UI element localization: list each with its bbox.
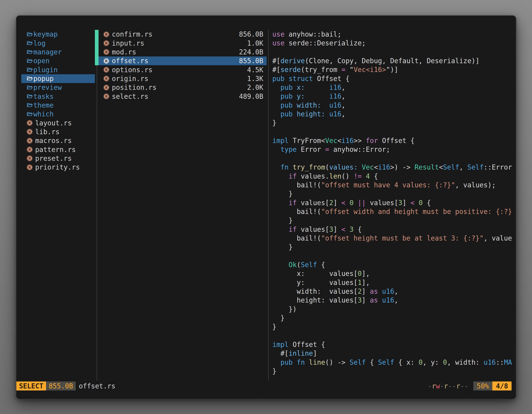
file-row-position-rs[interactable]: Rposition.rs2.0K <box>95 83 283 92</box>
code-token: , <box>342 92 346 100</box>
file-row-offset-rs[interactable]: Roffset.rs855.0B <box>95 57 283 65</box>
code-token: , <box>394 287 398 295</box>
file-name: input.rs <box>112 39 144 47</box>
code-token: if <box>288 199 297 207</box>
code-token: values[ <box>297 199 329 207</box>
code-token: , <box>459 163 467 171</box>
code-token <box>272 163 281 171</box>
file-row-macros-rs[interactable]: Rmacros.rs <box>21 136 95 145</box>
file-row-options-rs[interactable]: Roptions.rs4.5K <box>95 65 283 74</box>
file-row-preset-rs[interactable]: Rpreset.rs <box>21 154 95 163</box>
file-row-pattern-rs[interactable]: Rpattern.rs <box>21 145 95 154</box>
code-token: i16 <box>329 92 342 100</box>
dir-row-popup[interactable]: popup <box>21 74 95 83</box>
code-token: Self <box>301 261 317 269</box>
file-size: 1.3K <box>247 75 283 83</box>
code-line <box>272 251 515 260</box>
parent-directory-pane: keymaplogmanageropenpluginpopuppreviewta… <box>21 30 95 172</box>
code-token <box>272 261 288 269</box>
code-token: { x: <box>394 358 418 366</box>
dir-row-theme[interactable]: theme <box>21 101 95 110</box>
dir-row-manager[interactable]: manager <box>21 48 95 57</box>
dir-row-open[interactable]: open <box>21 57 95 65</box>
svg-text:R: R <box>105 68 108 72</box>
code-token <box>272 101 281 109</box>
code-token: as <box>370 287 378 295</box>
permission-char: - <box>452 382 456 390</box>
file-row-priority-rs[interactable]: Rpriority.rs <box>21 163 95 172</box>
svg-text:R: R <box>105 86 108 90</box>
code-token: MA <box>504 358 512 366</box>
permission-char: w <box>436 382 440 390</box>
code-token: inline <box>288 349 313 357</box>
file-row-input-rs[interactable]: Rinput.rs1.0K <box>95 39 283 48</box>
code-token <box>285 75 289 83</box>
code-line: #[inline] <box>272 349 515 358</box>
code-line: } <box>272 243 515 251</box>
code-token: ] <box>362 296 370 304</box>
code-token: width: <box>297 101 321 109</box>
dir-row-preview[interactable]: preview <box>21 83 95 92</box>
permission-char: r <box>432 382 436 390</box>
code-token: pub <box>281 101 293 109</box>
item-label: priority.rs <box>35 163 80 171</box>
svg-text:R: R <box>105 50 108 54</box>
file-row-confirm-rs[interactable]: Rconfirm.rs856.0B <box>95 30 283 39</box>
code-line: #[derive(Clone, Copy, Debug, Default, De… <box>272 57 515 65</box>
code-token: 3 <box>398 199 402 207</box>
code-token: fn <box>297 358 305 366</box>
code-line: pub height: u16, <box>272 110 515 118</box>
rust-file-icon: R <box>27 164 33 170</box>
file-row-mod-rs[interactable]: Rmod.rs224.0B <box>95 48 283 57</box>
dir-row-keymap[interactable]: keymap <box>21 30 95 39</box>
code-line: bail!("offset height must be at least 3:… <box>272 234 515 243</box>
code-token: Vec<i16> <box>353 66 386 74</box>
code-token: , value <box>484 234 512 242</box>
code-token: 2 <box>358 287 362 295</box>
code-token: u16 <box>382 296 394 304</box>
code-token <box>415 199 419 207</box>
code-token: Self <box>378 358 394 366</box>
dir-row-tasks[interactable]: tasks <box>21 92 95 101</box>
file-row-origin-rs[interactable]: Rorigin.rs1.3K <box>95 74 283 83</box>
code-token: ], <box>362 270 370 278</box>
code-token: Self <box>443 163 459 171</box>
code-token: () <box>342 172 354 180</box>
dir-row-log[interactable]: log <box>21 39 95 48</box>
code-token: len <box>329 172 342 180</box>
code-token: Error <box>297 145 325 154</box>
file-row-layout-rs[interactable]: Rlayout.rs <box>21 118 95 127</box>
code-token: 0 <box>443 358 447 366</box>
dir-row-which[interactable]: which <box>21 110 95 118</box>
code-token: } <box>272 314 285 322</box>
item-label: plugin <box>33 66 58 74</box>
permission-char: r <box>456 382 460 390</box>
code-token: values: <box>329 163 358 171</box>
code-token: anyhow::bail; <box>285 30 342 38</box>
svg-text:R: R <box>105 59 108 63</box>
code-token: () -> <box>325 358 349 366</box>
folder-open-icon <box>27 31 33 38</box>
code-token <box>321 101 329 109</box>
code-token: < <box>374 163 378 171</box>
code-line: x: values[0], <box>272 269 515 278</box>
code-token: } <box>272 243 293 251</box>
code-token: != <box>353 172 362 180</box>
dir-row-plugin[interactable]: plugin <box>21 65 95 74</box>
permission-char: - <box>448 382 452 390</box>
code-line <box>272 48 515 57</box>
status-filename: offset.rs <box>79 382 115 390</box>
code-token: Offset { <box>313 75 350 83</box>
code-token: , width: <box>447 358 484 366</box>
file-row-lib-rs[interactable]: Rlib.rs <box>21 127 95 136</box>
code-token: ::Error <box>484 163 512 171</box>
code-token: Self <box>467 163 484 171</box>
rust-file-icon: R <box>103 76 109 82</box>
code-line: pub y: i16, <box>272 92 515 101</box>
file-row-select-rs[interactable]: Rselect.rs489.0B <box>95 92 283 101</box>
file-size: 855.0B <box>239 57 283 65</box>
code-token: Vec <box>362 163 374 171</box>
item-label: pattern.rs <box>35 146 76 154</box>
status-right-group: -rw-r--r-- 50% 4/8 <box>428 382 512 390</box>
code-line: } <box>272 367 515 375</box>
